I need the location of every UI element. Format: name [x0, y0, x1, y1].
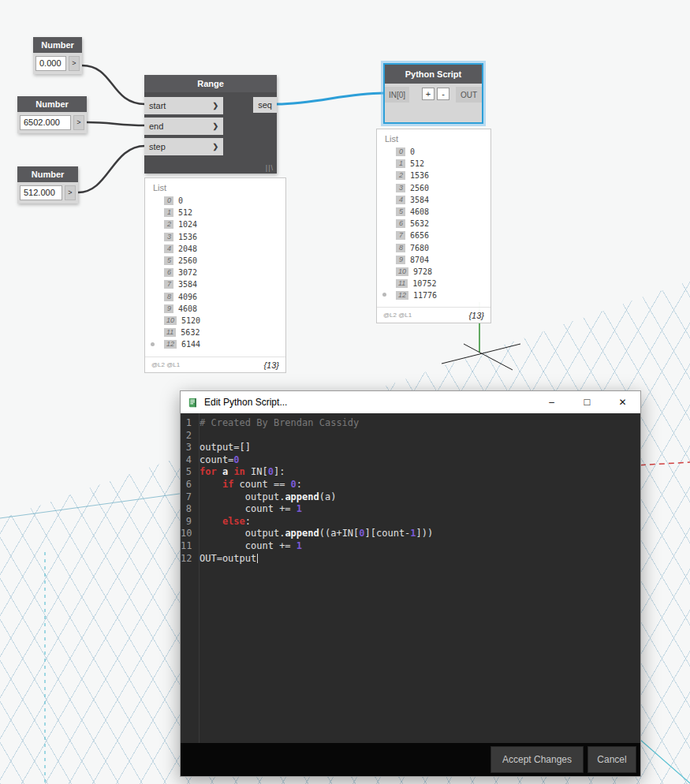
number-value-input[interactable]: 512.000 — [20, 185, 62, 200]
node-body: 512.000 > — [17, 182, 78, 203]
resize-handle-icon[interactable]: ||\ — [266, 164, 274, 172]
number-node-3[interactable]: Number 512.000 > — [17, 166, 78, 203]
code-token: ])) — [416, 528, 434, 539]
input-port-start[interactable]: start ❯ — [144, 97, 223, 114]
maximize-button[interactable]: □ — [569, 391, 605, 413]
node-body: start ❯ end ❯ step ❯ seq ||\ — [144, 92, 277, 174]
list-index-badge: 2 — [164, 220, 173, 229]
list-rows: 0015122102431536420485256063072735848409… — [164, 195, 285, 350]
window-titlebar[interactable]: Edit Python Script... – □ ✕ — [181, 391, 640, 413]
edit-python-script-window[interactable]: Edit Python Script... – □ ✕ 1# Created B… — [180, 390, 641, 777]
list-row: 1110752 — [396, 278, 490, 289]
line-number: 4 — [181, 454, 194, 467]
input-port-step[interactable]: step ❯ — [144, 138, 223, 155]
list-index-badge: 5 — [396, 207, 405, 216]
node-title[interactable]: Number — [17, 96, 87, 112]
list-index-badge: 8 — [396, 244, 405, 252]
wire-seq-to-python[interactable] — [277, 93, 384, 104]
output-port-seq[interactable]: seq — [253, 97, 277, 113]
input-port-in0[interactable]: IN[0] — [385, 87, 409, 103]
output-port[interactable]: > — [69, 56, 80, 71]
list-value: 5632 — [410, 219, 429, 228]
code-token: output=[] — [200, 442, 251, 453]
input-port-end[interactable]: end ❯ — [144, 118, 223, 135]
code-text: count += 1 — [194, 503, 302, 516]
list-row: 98704 — [396, 254, 490, 266]
list-index-badge: 2 — [396, 171, 405, 180]
list-rows: 0015122153632560435845460865632766568768… — [396, 146, 490, 301]
input-port-label: step — [149, 142, 166, 151]
range-node[interactable]: Range start ❯ end ❯ step ❯ seq ||\ — [144, 75, 277, 174]
number-value-input[interactable]: 0.000 — [35, 56, 66, 71]
code-text: count=0 — [194, 454, 240, 467]
cancel-button[interactable]: Cancel — [587, 746, 636, 773]
list-row: 43584 — [396, 194, 490, 206]
wire-number1-to-start[interactable] — [82, 65, 145, 104]
dynamo-canvas[interactable]: Number 0.000 > Number 6502.000 > Number … — [0, 0, 690, 784]
node-title[interactable]: Range — [144, 75, 277, 92]
code-token: 0 — [359, 528, 364, 539]
add-input-button[interactable]: + — [422, 88, 435, 100]
list-value: 4096 — [178, 293, 197, 301]
list-row: 1211776 — [396, 289, 490, 301]
node-title[interactable]: Number — [17, 166, 78, 182]
accept-changes-button[interactable]: Accept Changes — [490, 746, 584, 773]
scrollbar-thumb[interactable] — [151, 342, 155, 346]
list-preview-range[interactable]: List 00151221024315364204852560630727358… — [144, 177, 286, 373]
line-number: 1 — [181, 417, 194, 430]
code-line: 10 output.append((a+IN[0][count-1])) — [181, 528, 640, 540]
line-number: 2 — [181, 430, 194, 442]
list-value: 11776 — [413, 291, 437, 300]
output-port[interactable]: > — [73, 115, 84, 130]
list-value: 0 — [178, 196, 183, 205]
close-button[interactable]: ✕ — [605, 391, 640, 413]
list-value: 3072 — [178, 268, 197, 277]
list-row: 105120 — [164, 315, 285, 327]
node-title[interactable]: Python Script — [385, 65, 482, 84]
code-text: count += 1 — [194, 540, 302, 553]
list-count: {13} — [468, 311, 484, 320]
list-row: 84096 — [164, 291, 285, 303]
list-value: 8704 — [410, 256, 429, 264]
list-row: 115632 — [164, 327, 285, 338]
code-line: 11 count += 1 — [181, 540, 640, 553]
code-token: if — [222, 479, 233, 490]
list-levels: @L2 @L1 — [383, 312, 412, 319]
wire-number3-to-step[interactable] — [78, 146, 145, 192]
node-title[interactable]: Number — [33, 37, 82, 53]
number-value-input[interactable]: 6502.000 — [20, 115, 71, 130]
number-node-2[interactable]: Number 6502.000 > — [17, 96, 87, 133]
list-value: 1024 — [178, 220, 197, 229]
input-port-label: start — [149, 101, 166, 110]
line-number: 12 — [181, 553, 194, 566]
wire-number2-to-end[interactable] — [87, 122, 145, 125]
minimize-button[interactable]: – — [534, 391, 569, 413]
code-line: 6 if count == 0: — [181, 479, 640, 491]
list-row: 63072 — [164, 267, 285, 278]
scrollbar-thumb[interactable] — [382, 293, 386, 297]
remove-input-button[interactable]: - — [437, 88, 449, 100]
list-index-badge: 8 — [164, 293, 173, 301]
output-port-out[interactable]: OUT — [456, 87, 482, 103]
list-index-badge: 5 — [164, 256, 173, 265]
code-token: else — [222, 516, 245, 527]
node-body: 0.000 > — [33, 53, 82, 74]
list-preview-python[interactable]: List 00151221536325604358454608656327665… — [376, 129, 491, 323]
list-label: List — [377, 129, 490, 146]
code-line: 9 else: — [181, 516, 640, 528]
line-number: 9 — [181, 516, 194, 528]
code-line: 5for a in IN[0]: — [181, 466, 640, 479]
python-script-node[interactable]: Python Script IN[0] + - OUT — [383, 63, 483, 124]
output-port[interactable]: > — [65, 185, 76, 200]
code-token: : — [245, 516, 251, 527]
list-row: 31536 — [164, 231, 285, 243]
list-row: 52560 — [164, 255, 285, 267]
code-editor[interactable]: 1# Created By Brendan Cassidy23output=[]… — [181, 413, 640, 743]
number-node-1[interactable]: Number 0.000 > — [33, 37, 82, 74]
list-value: 9728 — [413, 267, 432, 276]
list-index-badge: 1 — [396, 159, 405, 168]
list-row: 76656 — [396, 230, 490, 241]
list-row: 00 — [164, 195, 285, 207]
list-row: 21024 — [164, 218, 285, 230]
chevron-right-icon: ❯ — [212, 143, 218, 151]
